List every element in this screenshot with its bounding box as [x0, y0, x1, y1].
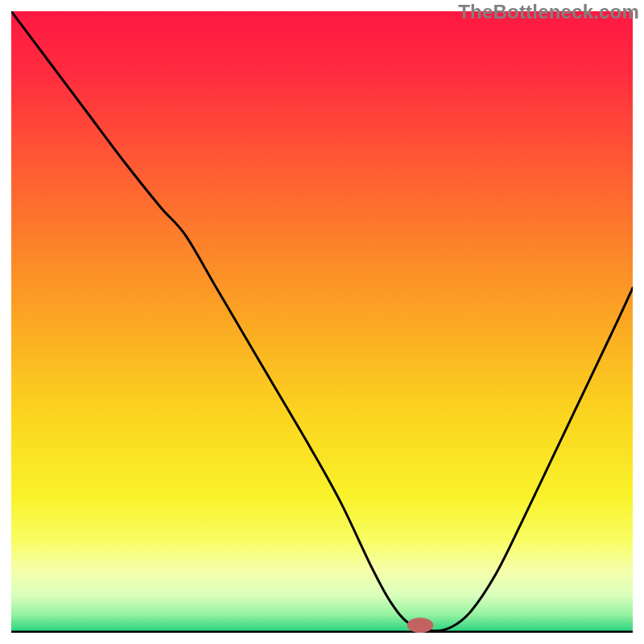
minimum-marker [407, 618, 433, 633]
chart-stage: TheBottleneck.com [0, 0, 644, 644]
watermark-label: TheBottleneck.com [458, 1, 639, 23]
plot-clip-group [11, 11, 633, 633]
gradient-background [11, 11, 633, 633]
bottleneck-plot [0, 0, 644, 644]
